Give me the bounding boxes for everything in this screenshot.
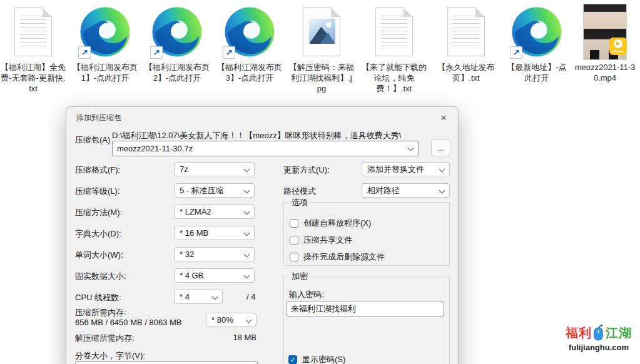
desktop-icon-video-mp4[interactable]: ▶ Player meozz2021-11-30.mp4 xyxy=(570,3,640,83)
logo-text-right: 江湖 xyxy=(606,325,632,341)
chevron-down-icon xyxy=(439,166,445,173)
desktop-icon-publish-page-1[interactable]: ↗ 【福利江湖发布页1】-点此打开 xyxy=(70,3,140,83)
photo-thumbnail-icon xyxy=(309,19,335,44)
icon-label: 【来了就能下载的论坛，纯免费！】.txt xyxy=(359,62,429,94)
chevron-down-icon xyxy=(246,317,252,323)
archive-name-combobox[interactable]: meozz2021-11-30.7z xyxy=(112,141,419,156)
text-file-icon xyxy=(447,8,485,56)
logo-text-left: 福利 xyxy=(566,325,592,341)
computer-mouse-icon xyxy=(592,323,605,342)
text-lines xyxy=(453,16,479,49)
format-label: 压缩格式(F): xyxy=(75,164,120,176)
chevron-down-icon xyxy=(212,294,218,300)
memory-compress-label: 压缩所需内存: xyxy=(75,307,126,318)
volume-size-input[interactable] xyxy=(75,361,258,364)
desktop-icon-password-jpg[interactable]: 【解压密码：来福利江湖找福利】.jpg xyxy=(287,3,357,94)
options-group-title: 选项 xyxy=(289,197,310,208)
checkbox-unchecked-icon[interactable] xyxy=(290,219,298,228)
image-file-icon xyxy=(303,8,340,56)
desktop-icon-publish-page-3[interactable]: ↗ 【福利江湖发布页3】-点此打开 xyxy=(215,3,285,83)
level-label: 压缩等级(L): xyxy=(75,186,120,197)
shortcut-arrow-icon: ↗ xyxy=(510,46,522,59)
text-file-icon xyxy=(375,8,413,56)
memory-decompress-label: 解压缩所需内存: xyxy=(75,333,135,344)
chevron-down-icon xyxy=(244,166,250,173)
chevron-down-icon[interactable] xyxy=(408,145,414,151)
method-label: 压缩方法(M): xyxy=(75,207,122,218)
icon-label: 【解压密码：来福利江湖找福利】.jpg xyxy=(287,62,357,94)
show-password-checkbox[interactable]: ✓ 显示密码(S) xyxy=(288,354,345,364)
solid-block-dropdown[interactable]: * 4 GB xyxy=(174,268,255,283)
play-icon: ▶ xyxy=(614,39,622,48)
memory-compress-value: 656 MB / 6450 MB / 8063 MB xyxy=(75,318,182,327)
text-lines xyxy=(20,16,46,49)
desktop-icon-latest-address[interactable]: ↗ 【最新地址】-点此打开 xyxy=(502,3,572,83)
dictionary-label: 字典大小(D): xyxy=(75,228,121,240)
desktop-icon-forum-txt[interactable]: 【来了就能下载的论坛，纯免费！】.txt xyxy=(359,3,429,94)
chevron-down-icon xyxy=(244,273,250,279)
text-lines xyxy=(381,16,407,49)
cpu-threads-max: / 4 xyxy=(246,292,255,301)
method-dropdown[interactable]: * LZMA2 xyxy=(174,205,255,219)
word-size-label: 单词大小(W): xyxy=(75,250,123,261)
format-dropdown[interactable]: 7z xyxy=(174,162,255,176)
dialog-title: 添加到压缩包 xyxy=(76,113,121,123)
password-label: 输入密码: xyxy=(289,289,324,300)
shortcut-arrow-icon: ↗ xyxy=(223,46,235,59)
archive-path: D:\福利江湖\12.07\美女新人下海！！【meozz】咪咪形状特别棒，道具收… xyxy=(112,130,401,141)
chevron-down-icon xyxy=(244,209,250,215)
player-badge: ▶ Player xyxy=(609,38,627,55)
video-thumbnail: ▶ Player xyxy=(583,4,627,60)
cpu-threads-label: CPU 线程数: xyxy=(75,292,121,303)
chevron-down-icon xyxy=(244,230,250,236)
icon-label: 【永久地址发布页】.txt xyxy=(431,62,501,83)
word-size-dropdown[interactable]: * 32 xyxy=(174,247,255,261)
shortcut-arrow-icon: ↗ xyxy=(150,46,163,59)
add-to-archive-dialog: 添加到压缩包 ✕ 压缩包(A) D:\福利江湖\12.07\美女新人下海！！【m… xyxy=(66,106,459,364)
shared-files-checkbox[interactable]: 压缩共享文件 xyxy=(290,235,352,246)
shortcut-arrow-icon: ↗ xyxy=(78,46,91,59)
chevron-down-icon xyxy=(244,251,250,258)
encryption-group-title: 加密 xyxy=(289,271,310,282)
logo-domain: fulijianghu.com xyxy=(561,343,637,352)
icon-label: 【福利江湖发布页2】-点此打开 xyxy=(142,62,212,83)
path-mode-dropdown[interactable]: 相对路径 xyxy=(362,183,450,198)
update-mode-dropdown[interactable]: 添加并替换文件 xyxy=(362,162,450,176)
checkbox-checked-icon[interactable]: ✓ xyxy=(288,355,297,364)
solid-block-label: 固实数据大小: xyxy=(75,271,126,282)
dictionary-dropdown[interactable]: * 16 MB xyxy=(174,226,255,240)
icon-label: 【福利江湖发布页1】-点此打开 xyxy=(70,62,140,83)
volume-size-label: 分卷大小，字节(V): xyxy=(75,350,145,361)
icon-label: 【最新地址】-点此打开 xyxy=(502,62,572,83)
site-watermark-logo: 福利 江湖 fulijianghu.com xyxy=(561,323,637,352)
checkbox-unchecked-icon[interactable] xyxy=(290,236,298,245)
icon-label: meozz2021-11-30.mp4 xyxy=(570,62,640,83)
desktop-icon-readme-txt[interactable]: 【福利江湖】全免费-无套路-更新快.txt xyxy=(0,3,68,94)
desktop: { "icons": { "close": "✕", "shortcut_arr… xyxy=(0,0,640,364)
path-mode-label: 路径模式 xyxy=(283,186,316,197)
chevron-down-icon xyxy=(439,188,445,194)
page-fold-icon xyxy=(331,8,340,17)
chevron-down-icon xyxy=(244,188,250,194)
sfx-checkbox[interactable]: 创建自释放程序(X) xyxy=(290,218,371,229)
archive-label: 压缩包(A) xyxy=(75,134,110,146)
level-dropdown[interactable]: 5 - 标准压缩 xyxy=(174,183,255,198)
memory-percent-dropdown[interactable]: * 80% xyxy=(206,313,257,326)
icon-label: 【福利江湖】全免费-无套路-更新快.txt xyxy=(0,62,68,94)
checkbox-unchecked-icon[interactable] xyxy=(290,253,298,261)
update-mode-label: 更新方式(U): xyxy=(283,164,330,176)
close-icon[interactable]: ✕ xyxy=(435,111,452,125)
cpu-threads-dropdown[interactable]: * 4 xyxy=(174,290,223,304)
desktop-icon-publish-page-2[interactable]: ↗ 【福利江湖发布页2】-点此打开 xyxy=(142,3,212,83)
password-input[interactable] xyxy=(287,301,444,316)
delete-after-checkbox[interactable]: 操作完成后删除源文件 xyxy=(290,251,385,263)
text-file-icon xyxy=(14,8,52,56)
browse-button[interactable]: ... xyxy=(431,139,450,156)
icon-label: 【福利江湖发布页3】-点此打开 xyxy=(215,62,285,83)
memory-decompress-value: 18 MB xyxy=(216,333,257,342)
desktop-icon-permanent-address-txt[interactable]: 【永久地址发布页】.txt xyxy=(431,3,501,83)
